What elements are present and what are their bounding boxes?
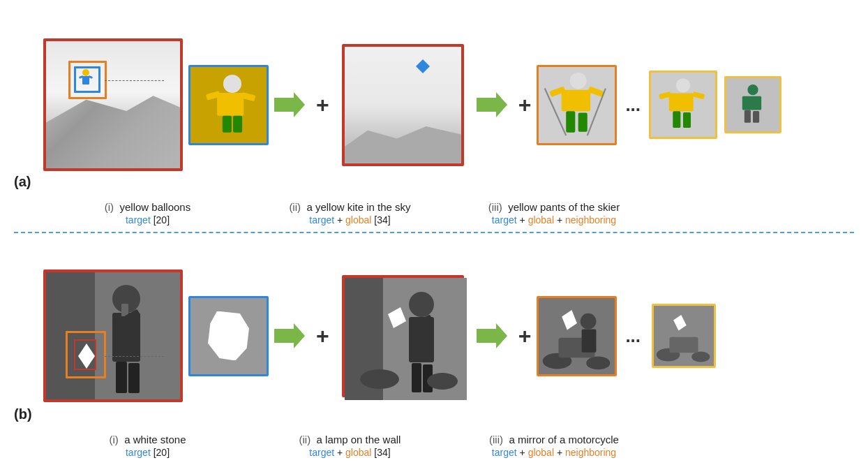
svg-rect-70: [669, 337, 698, 353]
bottom-labels-row: (i) a white stone target [20] (ii) a lam…: [14, 429, 854, 458]
section-top: (a): [14, 7, 854, 229]
global-label-ii: global: [345, 214, 371, 226]
plus-1-bottom: +: [316, 323, 329, 349]
svg-point-16: [570, 72, 587, 89]
roman-iii-b-label: (iii): [489, 434, 503, 445]
dashed-line-bottom: [105, 356, 164, 357]
svg-point-64: [581, 313, 597, 329]
svg-point-25: [676, 78, 690, 92]
svg-point-32: [747, 84, 758, 95]
bottom-stone-target: [188, 296, 269, 376]
label-bottom-i: (i) a white stone target [20]: [45, 432, 250, 458]
svg-marker-14: [477, 92, 507, 117]
global-b-label-ii: global: [345, 447, 371, 458]
target-b-label-iii: target: [492, 447, 517, 458]
snow-mountain: [46, 92, 180, 168]
neighboring-label-iii: neighboring: [565, 214, 616, 226]
bracket-ii: [34]: [374, 214, 390, 226]
bottom-person-image: [43, 270, 183, 402]
roman-ii-label: (ii): [289, 201, 301, 213]
arrow-2-top: [477, 92, 507, 117]
plus-b-label-iii-2: +: [557, 447, 565, 458]
roman-i-label: (i): [105, 201, 114, 213]
plus-1-top: +: [316, 92, 329, 118]
bottom-main-image: [43, 270, 183, 402]
bracket-b-ii: [34]: [374, 447, 390, 458]
svg-rect-53: [412, 363, 421, 392]
svg-point-69: [691, 351, 710, 362]
svg-marker-58: [477, 323, 507, 348]
target-label-ii: target: [309, 214, 334, 226]
kite-icon: [416, 59, 430, 73]
top-iii-text: yellow pants of the skier: [508, 201, 620, 213]
svg-rect-30: [683, 112, 691, 128]
svg-point-5: [223, 74, 241, 92]
svg-rect-43: [116, 362, 127, 393]
svg-rect-44: [128, 363, 140, 393]
section-divider: [14, 232, 854, 233]
svg-rect-35: [753, 111, 759, 123]
svg-rect-33: [742, 96, 761, 110]
skier-large-icon: [539, 67, 615, 143]
skier-neighboring-1: [537, 65, 617, 145]
top-images-row: (a): [14, 7, 854, 197]
bottom-iii-text: a mirror of a motorcycle: [509, 434, 619, 445]
skier-neighboring-3: [724, 76, 781, 133]
label-top-ii-subtitle: target + global [34]: [309, 214, 390, 226]
arrow-1-top: [274, 92, 305, 117]
label-bottom-ii-subtitle: target + global [34]: [309, 447, 390, 458]
svg-marker-11: [274, 92, 305, 117]
label-bottom-i-title: (i) a white stone: [109, 434, 186, 445]
red-inner-box-bottom: [74, 339, 96, 370]
svg-rect-17: [562, 89, 590, 111]
bottom-ii-text: a lamp on the wall: [317, 434, 401, 445]
top-main-image: [43, 38, 183, 171]
svg-point-55: [360, 369, 399, 389]
neighboring-b-label-iii: neighboring: [565, 447, 616, 458]
label-bottom-iii-subtitle: target + global + neighboring: [492, 447, 616, 458]
svg-rect-26: [669, 93, 694, 111]
label-top-ii: (ii) a yellow kite in the sky target + g…: [250, 200, 449, 226]
label-bottom-iii-title: (iii) a mirror of a motorcycle: [489, 434, 619, 445]
target-b-label-i: target: [126, 447, 151, 458]
bottom-images-row: (b): [14, 239, 854, 429]
plus-2-top: +: [518, 92, 532, 118]
svg-rect-65: [582, 329, 597, 352]
plus-b-label-iii-1: +: [520, 447, 528, 458]
plus-b-label-ii: +: [337, 447, 345, 458]
label-top-i: (i) yellow balloons target [20]: [45, 200, 250, 226]
dashed-line: [105, 80, 164, 81]
label-top-iii: (iii) yellow pants of the skier target +…: [449, 200, 659, 226]
plus-label-iii-1: +: [520, 214, 528, 226]
svg-rect-6: [217, 93, 244, 116]
top-ii-text: a yellow kite in the sky: [306, 201, 410, 213]
skier-small2-icon: [726, 78, 779, 131]
label-bottom-ii-title: (ii) a lamp on the wall: [299, 434, 401, 445]
bracket-i: [20]: [154, 214, 170, 226]
person-icon-top: [75, 68, 96, 89]
svg-rect-34: [744, 110, 751, 123]
section-a-label: (a): [14, 174, 40, 197]
svg-marker-12: [416, 59, 430, 73]
target-label-i: target: [126, 214, 151, 226]
svg-rect-29: [673, 111, 680, 128]
plus-2-bottom: +: [518, 323, 532, 349]
roman-ii-b-label: (ii): [299, 434, 311, 445]
top-neighboring-row: ...: [537, 65, 781, 145]
main-container: (a): [0, 0, 868, 465]
skier-neighboring-2: [649, 71, 717, 139]
green-arrow-icon-3: [274, 323, 305, 348]
plus-label-iii-2: +: [557, 214, 565, 226]
svg-rect-20: [567, 111, 576, 133]
roman-iii-label: (iii): [488, 201, 502, 213]
green-arrow-icon: [274, 92, 305, 117]
label-top-i-title: (i) yellow balloons: [105, 201, 190, 213]
dots-top: ...: [625, 94, 641, 116]
svg-point-56: [427, 373, 458, 390]
svg-point-0: [82, 69, 89, 76]
bottom-neighboring-row: ...: [537, 296, 716, 376]
global-label-iii: global: [528, 214, 554, 226]
global-b-label-iii: global: [528, 447, 554, 458]
label-bottom-ii: (ii) a lamp on the wall target + global …: [250, 432, 449, 458]
label-top-i-subtitle: target [20]: [126, 214, 170, 226]
